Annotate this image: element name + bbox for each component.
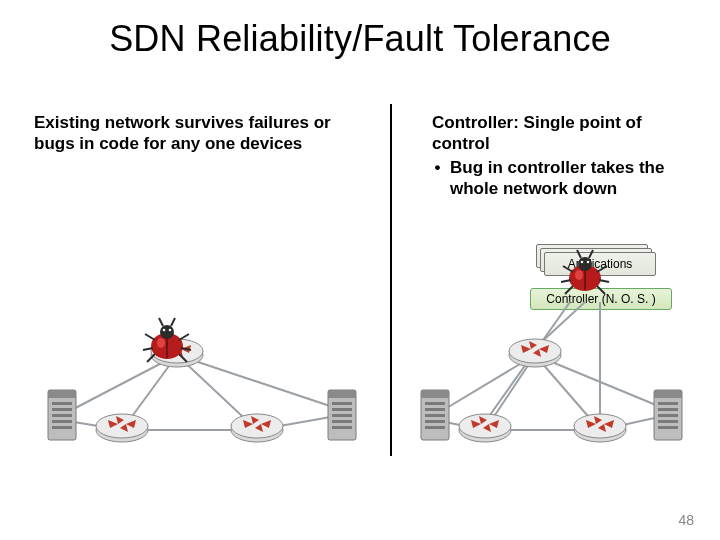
left-caption: Existing network survives failures or bu… [34, 112, 354, 155]
svg-line-25 [177, 355, 342, 410]
vertical-divider [390, 104, 392, 456]
right-heading: Controller: Single point of control [432, 112, 694, 155]
bug-on-controller-icon [555, 242, 615, 302]
right-caption: Controller: Single point of control Bug … [432, 112, 694, 199]
right-network-diagram [400, 300, 700, 470]
right-bullet-1: Bug in controller takes the whole networ… [450, 157, 694, 200]
left-network-diagram [22, 300, 382, 470]
page-number: 48 [678, 512, 694, 528]
slide-title: SDN Reliability/Fault Tolerance [0, 18, 720, 60]
